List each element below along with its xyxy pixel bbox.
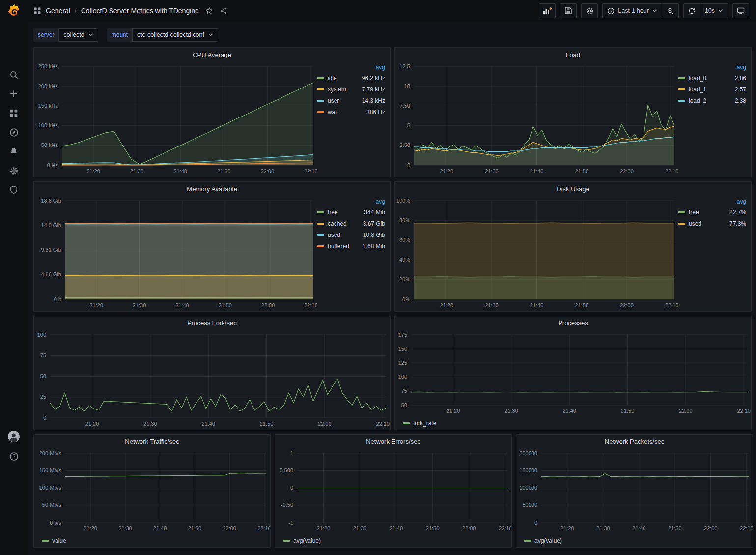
- series-avg-value: 344 Mib: [364, 209, 385, 216]
- panel-legend: avgfree22.7%used77.3%: [678, 196, 751, 311]
- panel-title[interactable]: CPU Average: [34, 48, 390, 61]
- legend-item-system[interactable]: system7.79 kHz: [317, 84, 385, 95]
- legend-avg-header[interactable]: avg: [678, 197, 746, 206]
- svg-text:200 kHz: 200 kHz: [38, 83, 58, 89]
- share-icon[interactable]: [220, 7, 227, 15]
- series-color-swatch: [317, 245, 324, 247]
- timeseries-plot[interactable]: 0 b/s50 Mb/s100 Mb/s150 Mb/s200 Mb/s21:2…: [34, 448, 270, 534]
- svg-text:21:30: 21:30: [118, 526, 132, 531]
- create-button[interactable]: [0, 86, 28, 102]
- timeseries-plot[interactable]: 0%20%40%60%80%100%21:2021:3021:4021:5022…: [395, 196, 678, 311]
- gridlines: [50, 335, 386, 418]
- legend-item-load_1[interactable]: load_12.57: [678, 84, 746, 95]
- legend-item-load_0[interactable]: load_02.86: [678, 72, 746, 84]
- legend-item-fork_rate[interactable]: fork_rate: [403, 420, 436, 427]
- zoom-out-time-button[interactable]: [662, 3, 679, 18]
- save-dashboard-button[interactable]: [560, 3, 577, 18]
- panel-title[interactable]: Network Traffic/sec: [34, 435, 270, 448]
- series-name: idle: [328, 75, 337, 82]
- legend-item-used[interactable]: used10.8 Gib: [317, 229, 385, 240]
- timeseries-plot[interactable]: 507510012515017521:2021:3021:4021:5022:0…: [395, 330, 751, 417]
- top-navigation: General / CollectD Server Metrics with T…: [0, 0, 756, 22]
- svg-text:22:10: 22:10: [740, 526, 753, 531]
- search-button[interactable]: [0, 67, 28, 83]
- timeseries-plot[interactable]: 02.5057.501012.521:2021:3021:4021:5022:0…: [395, 61, 678, 177]
- svg-text:21:20: 21:20: [85, 421, 99, 427]
- variable-server-select[interactable]: collectd: [58, 28, 98, 42]
- panel-title[interactable]: Process Fork/sec: [34, 316, 390, 330]
- user-avatar[interactable]: [0, 429, 28, 444]
- refresh-button[interactable]: [683, 3, 700, 18]
- chevron-down-icon: [208, 33, 213, 36]
- alerting-button[interactable]: [0, 144, 28, 159]
- legend-item-free[interactable]: free344 Mib: [317, 206, 385, 218]
- panel-title[interactable]: Processes: [395, 316, 751, 330]
- panel-title[interactable]: Network Packets/sec: [516, 435, 753, 448]
- svg-text:21:20: 21:20: [440, 168, 454, 174]
- timeseries-plot[interactable]: 025507510021:2021:3021:4021:5022:0022:10: [34, 330, 390, 430]
- cycle-view-mode-button[interactable]: [732, 3, 749, 18]
- legend-avg-header[interactable]: avg: [678, 62, 746, 72]
- compass-icon: [9, 128, 19, 137]
- configuration-button[interactable]: [0, 163, 28, 178]
- panel-title[interactable]: Disk Usage: [395, 182, 751, 196]
- svg-text:50 kHz: 50 kHz: [41, 142, 58, 148]
- svg-text:22:10: 22:10: [257, 526, 270, 531]
- legend-item-value[interactable]: value: [42, 537, 66, 544]
- series-name: avg(value): [534, 537, 562, 544]
- chart-area[interactable]: 0 b/s50 Mb/s100 Mb/s150 Mb/s200 Mb/s21:2…: [34, 448, 270, 534]
- legend-item-free[interactable]: free22.7%: [678, 206, 746, 218]
- chart-area[interactable]: 507510012515017521:2021:3021:4021:5022:0…: [395, 330, 751, 417]
- explore-button[interactable]: [0, 124, 28, 140]
- panel-cpu-average: CPU Average 0 Hz50 kHz100 kHz150 kHz200 …: [33, 47, 391, 177]
- refresh-interval-dropdown[interactable]: 10s: [700, 3, 728, 18]
- svg-text:100 kHz: 100 kHz: [38, 122, 58, 128]
- legend-item-avg(value)[interactable]: avg(value): [524, 537, 562, 544]
- grafana-logo[interactable]: [0, 0, 28, 22]
- legend-item-cached[interactable]: cached3.67 Gib: [317, 218, 385, 229]
- add-panel-button[interactable]: [539, 3, 556, 18]
- timeseries-plot[interactable]: 0 Hz50 kHz100 kHz150 kHz200 kHz250 kHz21…: [34, 61, 317, 177]
- panel-title[interactable]: Load: [395, 48, 751, 61]
- legend-avg-header[interactable]: avg: [317, 197, 385, 206]
- star-icon[interactable]: [205, 7, 213, 15]
- chart-area[interactable]: 025507510021:2021:3021:4021:5022:0022:10: [34, 330, 390, 430]
- legend-item-buffered[interactable]: buffered1.68 Mib: [317, 240, 385, 252]
- legend-item-user[interactable]: user14.3 kHz: [317, 95, 385, 106]
- server-admin-button[interactable]: [0, 182, 28, 198]
- timeseries-plot[interactable]: 0 b4.66 Gib9.31 Gib14.0 Gib18.6 Gib21:20…: [34, 196, 317, 311]
- chart-area[interactable]: 05000010000015000020000021:2021:3021:402…: [516, 448, 753, 534]
- svg-text:250 kHz: 250 kHz: [38, 63, 58, 69]
- chart-area[interactable]: 0 b4.66 Gib9.31 Gib14.0 Gib18.6 Gib21:20…: [34, 196, 317, 311]
- variable-mount-select[interactable]: etc-collectd-collectd.conf: [132, 28, 218, 42]
- chart-area[interactable]: 0%20%40%60%80%100%21:2021:3021:4021:5022…: [395, 196, 678, 311]
- series-color-swatch: [317, 88, 324, 90]
- timeseries-plot[interactable]: -1-0.5000.500121:2021:3021:4021:5022:002…: [275, 448, 511, 534]
- svg-text:21:20: 21:20: [84, 526, 97, 531]
- chart-area[interactable]: 0 Hz50 kHz100 kHz150 kHz200 kHz250 kHz21…: [34, 61, 317, 177]
- axis-labels: 025507510021:2021:3021:4021:5022:0022:10: [37, 332, 390, 427]
- svg-text:75: 75: [40, 352, 46, 358]
- legend-item-load_2[interactable]: load_22.38: [678, 95, 746, 106]
- breadcrumb-folder[interactable]: General: [46, 7, 70, 15]
- chart-area[interactable]: -1-0.5000.500121:2021:3021:4021:5022:002…: [275, 448, 511, 534]
- svg-text:22:10: 22:10: [665, 302, 678, 308]
- legend-item-used[interactable]: used77.3%: [678, 218, 746, 229]
- legend-item-idle[interactable]: idle96.2 kHz: [317, 72, 385, 84]
- dashboards-button[interactable]: [0, 105, 28, 121]
- dashboard-settings-button[interactable]: [581, 3, 598, 18]
- svg-text:0.500: 0.500: [280, 467, 293, 473]
- series-avg-value: 2.86: [735, 75, 746, 82]
- timeseries-plot[interactable]: 05000010000015000020000021:2021:3021:402…: [516, 448, 753, 534]
- help-button[interactable]: ?: [0, 448, 28, 464]
- chart-area[interactable]: 02.5057.501012.521:2021:3021:4021:5022:0…: [395, 61, 678, 177]
- panel-title[interactable]: Network Errors/sec: [275, 435, 511, 448]
- time-range-picker[interactable]: Last 1 hour: [602, 3, 662, 18]
- svg-text:22:10: 22:10: [665, 168, 678, 174]
- add-panel-icon: [543, 7, 552, 15]
- legend-avg-header[interactable]: avg: [317, 62, 385, 72]
- legend-item-avg(value)[interactable]: avg(value): [283, 537, 321, 544]
- svg-text:21:50: 21:50: [426, 526, 440, 531]
- panel-title[interactable]: Memory Available: [34, 182, 390, 196]
- legend-item-wait[interactable]: wait386 Hz: [317, 106, 385, 117]
